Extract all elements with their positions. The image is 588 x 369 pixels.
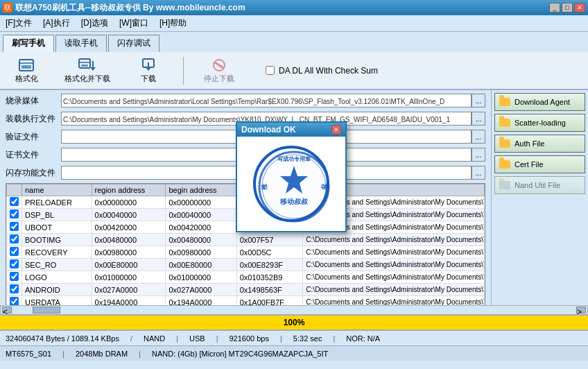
menu-execute[interactable]: [A]执行	[40, 17, 73, 30]
row-checkbox-3[interactable]	[7, 234, 22, 246]
svg-rect-2	[21, 65, 31, 69]
format-label: 格式化	[15, 74, 38, 84]
burn-media-browse[interactable]: ...	[472, 94, 485, 108]
bps-status: 921600 bps	[229, 334, 269, 343]
row-name-4: RECOVERY	[22, 246, 92, 259]
download-agent-button[interactable]: Download Agent	[494, 93, 585, 111]
scroll-left[interactable]: <	[2, 307, 12, 314]
folder-icon-2	[499, 119, 510, 127]
row-name-8: USRDATA	[22, 296, 92, 306]
burn-media-input[interactable]: C:\Documents and Settings\Administrator\…	[61, 94, 472, 108]
folder-icon-3	[499, 139, 510, 148]
cert-file-browse[interactable]: ...	[472, 148, 485, 162]
burn-media-row: 烧录媒体 C:\Documents and Settings\Administr…	[6, 93, 485, 108]
tab-read-phone[interactable]: 读取手机	[55, 35, 107, 52]
status-sep-4: |	[280, 334, 282, 343]
install-file-browse[interactable]: ...	[472, 112, 485, 126]
row-checkbox-5[interactable]	[7, 259, 22, 271]
menu-options[interactable]: [D]选项	[78, 17, 111, 30]
row-path-7: C:\Documents and Settings\Administrator\…	[303, 284, 485, 296]
row-path-6: C:\Documents and Settings\Administrator\…	[303, 271, 485, 284]
row-checkbox-2[interactable]	[7, 221, 22, 234]
verify-file-browse[interactable]: ...	[472, 130, 485, 144]
row-name-1: DSP_BL	[22, 209, 92, 221]
row-end-4: 0x00D5C	[236, 246, 303, 259]
row-region-5: 0x00E80000	[92, 259, 166, 271]
format-icon	[17, 57, 36, 74]
row-end-3: 0x007F57	[236, 234, 303, 246]
menu-help[interactable]: [H]帮助	[157, 17, 189, 30]
modal-close-button[interactable]: ✕	[331, 125, 341, 135]
stop-label: 停止下载	[204, 74, 234, 84]
svg-rect-5	[81, 65, 88, 67]
format-download-label: 格式化并下载	[64, 74, 110, 84]
row-begin-5: 0x00E80000	[166, 259, 236, 271]
app-window: 联 联想A750刷机工具--移动叔叔专供 By www.mobileuncle.…	[0, 0, 588, 369]
checksum-label: DA DL All With Check Sum	[279, 66, 378, 76]
tabs-bar: 刷写手机 读取手机 闪存调试	[0, 32, 588, 52]
menu-window[interactable]: [W]窗口	[116, 17, 151, 30]
row-begin-6: 0x01000000	[166, 271, 236, 284]
row-path-5: C:\Documents and Settings\Administrator\…	[303, 259, 485, 271]
download-icon	[139, 57, 158, 74]
bytes-info: 324060474 Bytes / 1089.14 KBps	[6, 334, 119, 343]
window-controls: _ □ ✕	[549, 3, 585, 12]
tab-flash-debug[interactable]: 闪存调试	[108, 35, 159, 52]
horizontal-scrollbar[interactable]: < >	[0, 305, 588, 315]
close-button[interactable]: ✕	[574, 3, 585, 12]
svg-text:移动叔叔: 移动叔叔	[279, 198, 309, 205]
auth-file-button[interactable]: Auth File	[494, 135, 585, 153]
scatter-loading-button[interactable]: Scatter-loading	[494, 114, 585, 132]
modal-title-bar: Download OK ✕	[237, 123, 345, 137]
window-title: 联想A750刷机工具--移动叔叔专供 By www.mobileuncle.co…	[15, 2, 245, 14]
row-name-5: SEC_RO	[22, 259, 92, 271]
modal-body: 移动叔叔 写成功专用章 推 荐	[237, 137, 345, 231]
row-region-4: 0x00980000	[92, 246, 166, 259]
status-sep-2: |	[176, 334, 178, 343]
row-name-6: LOGO	[22, 271, 92, 284]
table-row: ANDROID 0x027A0000 0x027A0000 0x1498563F…	[7, 284, 485, 296]
download-button[interactable]: 下载	[128, 55, 169, 86]
row-checkbox-1[interactable]	[7, 209, 22, 221]
col-name: name	[22, 184, 92, 196]
cert-file-button[interactable]: Cert File	[494, 155, 585, 173]
row-checkbox-8[interactable]	[7, 296, 22, 306]
row-checkbox-4[interactable]	[7, 246, 22, 259]
menu-file[interactable]: [F]文件	[3, 17, 35, 30]
status-bar-1: 324060474 Bytes / 1089.14 KBps / NAND | …	[0, 330, 588, 345]
folder-icon-1	[499, 98, 510, 106]
row-checkbox-6[interactable]	[7, 271, 22, 284]
row-checkbox-7[interactable]	[7, 284, 22, 296]
format-button[interactable]: 格式化	[6, 55, 47, 86]
stop-icon	[209, 57, 229, 74]
ram-info: 2048Mb DRAM	[76, 350, 128, 358]
row-region-7: 0x027A0000	[92, 284, 166, 296]
row-region-0: 0x00000000	[92, 196, 166, 209]
svg-text:荐: 荐	[320, 183, 327, 191]
status-sep-1: /	[130, 334, 132, 343]
table-row: BOOTIMG 0x00480000 0x00480000 0x007F57 C…	[7, 234, 485, 246]
flash-func-browse[interactable]: ...	[472, 166, 485, 180]
app-icon: 联	[3, 3, 12, 12]
nand-info: NAND: (4Gb) [Micron] MT29C4G96MAZAPCJA_5…	[152, 350, 328, 358]
folder-icon-5	[499, 181, 510, 189]
nor-status: NOR: N/A	[346, 334, 380, 343]
scroll-right[interactable]: >	[576, 307, 586, 314]
maximize-button[interactable]: □	[562, 3, 573, 12]
burn-media-label: 烧录媒体	[6, 95, 61, 107]
format-download-icon	[78, 57, 97, 74]
col-begin: begin address	[166, 184, 236, 196]
usb-status: USB	[189, 334, 205, 343]
modal-dialog[interactable]: Download OK ✕ 移动叔叔 写成功专用章	[236, 121, 347, 232]
row-end-6: 0x010352B9	[236, 271, 303, 284]
checksum-checkbox[interactable]	[266, 66, 275, 75]
scroll-thumb[interactable]	[33, 307, 60, 314]
stop-button[interactable]: 停止下载	[198, 55, 241, 86]
row-region-6: 0x01000000	[92, 271, 166, 284]
minimize-button[interactable]: _	[549, 3, 560, 12]
tab-write-phone[interactable]: 刷写手机	[3, 35, 54, 52]
nand-util-button[interactable]: Nand Util File	[494, 176, 585, 194]
row-name-3: BOOTIMG	[22, 234, 92, 246]
row-checkbox-0[interactable]	[7, 196, 22, 209]
format-download-button[interactable]: 格式化并下载	[58, 55, 116, 86]
